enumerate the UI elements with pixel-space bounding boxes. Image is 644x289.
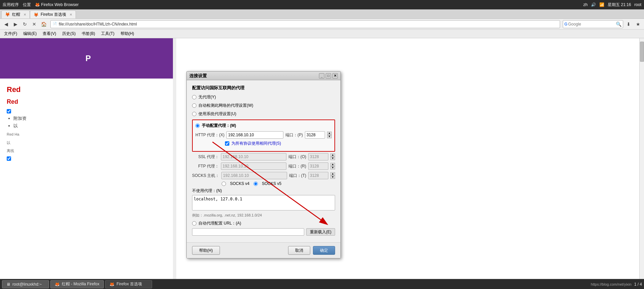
auto-proxy-radio[interactable] bbox=[192, 221, 196, 226]
socks-v4-radio[interactable] bbox=[222, 182, 226, 186]
ssl-port-input[interactable] bbox=[308, 153, 328, 160]
conn-dialog: 连接设置 _ □ ✕ 配置访问国际互联网的代理 无代理(Y) bbox=[186, 71, 341, 258]
no-proxy-for-row: 不使用代理：(N) bbox=[192, 188, 335, 194]
rh-sidebar: 常规 连接 网络 P Red Red 附加资 以 bbox=[0, 38, 176, 282]
http-port-input[interactable] bbox=[305, 131, 325, 139]
home-button[interactable]: 🏠 bbox=[40, 20, 48, 28]
tab-redhat[interactable]: 🦊 红帽 ✕ bbox=[1, 10, 30, 18]
tab-close-redhat[interactable]: ✕ bbox=[24, 13, 26, 16]
use-system-option: 使用系统代理设置(U) bbox=[192, 111, 335, 117]
ssl-port-down[interactable]: ▼ bbox=[330, 157, 335, 160]
no-proxy-textarea[interactable]: localhost, 127.0.0.1 bbox=[192, 195, 335, 210]
taskbar-item-terminal[interactable]: 🖥 root@linuxkhd:~ bbox=[2, 280, 49, 288]
terminal-icon: 🖥 bbox=[6, 282, 10, 287]
menu-help[interactable]: 帮助(H) bbox=[118, 30, 137, 37]
conn-footer-right: 取消 确定 bbox=[288, 246, 335, 255]
rh-footer-text2: 以 bbox=[7, 140, 170, 146]
browser-menubar: 文件(F) 编辑(E) 查看(V) 历史(S) 书签(B) 工具(T) 帮助(H… bbox=[0, 30, 644, 38]
prefs-nav-item-general[interactable]: 常规 bbox=[174, 88, 176, 93]
menu-edit[interactable]: 编辑(E) bbox=[20, 30, 39, 37]
rh-subheading: Red bbox=[7, 97, 170, 106]
menu-tools[interactable]: 工具(T) bbox=[98, 30, 117, 37]
address-bar[interactable]: 📄 file:///usr/share/doc/HTML/zh-CN/index… bbox=[50, 20, 560, 28]
manual-proxy-radio[interactable] bbox=[195, 124, 200, 128]
socks-host-input[interactable] bbox=[221, 172, 287, 179]
ftp-proxy-input[interactable] bbox=[221, 162, 286, 170]
no-proxy-label: 无代理(Y) bbox=[198, 94, 216, 100]
taskbar-terminal-label: root@linuxkhd:~ bbox=[12, 282, 42, 287]
menu-view[interactable]: 查看(V) bbox=[40, 30, 59, 37]
conn-close-button[interactable]: ✕ bbox=[332, 73, 338, 79]
ssl-proxy-row: SSL 代理： 端口：(O) ▲ ▼ bbox=[192, 153, 335, 160]
taskbar-item-firefox[interactable]: 🦊 红帽 - Mozilla Firefox bbox=[50, 280, 104, 288]
socks-v5-radio[interactable] bbox=[254, 182, 258, 186]
rh-bullet-1: 附加资 bbox=[13, 115, 170, 122]
ftp-port-up[interactable]: ▲ bbox=[330, 163, 335, 166]
bookmark-button[interactable]: ★ bbox=[634, 20, 642, 28]
google-search-button[interactable]: 🔍 bbox=[616, 21, 622, 27]
help-button[interactable]: 帮助(H) bbox=[192, 246, 220, 255]
download-button[interactable]: ⬇ bbox=[625, 20, 633, 28]
menu-bookmarks[interactable]: 书签(B) bbox=[79, 30, 98, 37]
ssl-proxy-input[interactable] bbox=[221, 153, 286, 160]
tab-bar: 🦊 红帽 ✕ 🦊 Firefox 首选项 ✕ bbox=[0, 9, 644, 19]
use-same-checkbox[interactable] bbox=[225, 141, 229, 146]
no-proxy-radio[interactable] bbox=[192, 95, 196, 99]
prefs-nav-item-network[interactable]: 网络 bbox=[174, 111, 176, 116]
taskbar-right: https://blog.com/net/yixin 1 / 4 bbox=[591, 282, 642, 287]
scrollbar-vertical[interactable] bbox=[639, 38, 644, 282]
http-port-down[interactable]: ▼ bbox=[327, 135, 332, 138]
reload-button[interactable]: 重新载入(E) bbox=[306, 228, 335, 236]
menu-history[interactable]: 历史(S) bbox=[59, 30, 78, 37]
scrollbar-thumb[interactable] bbox=[640, 42, 644, 62]
os-top-bar-left: 应用程序 位置 🦊 Firefox Web Browser bbox=[3, 2, 79, 8]
stop-button[interactable]: ✕ bbox=[30, 20, 38, 28]
browser-content: 常规 连接 网络 P Red Red 附加资 以 bbox=[0, 38, 644, 282]
rh-checkbox2[interactable] bbox=[7, 156, 11, 161]
socks-port-up[interactable]: ▲ bbox=[330, 172, 335, 176]
tab-close-prefs[interactable]: ✕ bbox=[70, 13, 72, 16]
taskbar-item-prefs[interactable]: 🦊 Firefox 首选项 bbox=[105, 280, 152, 288]
os-top-bar: 应用程序 位置 🦊 Firefox Web Browser zh 🔊 📶 星期五… bbox=[0, 0, 644, 9]
use-system-radio[interactable] bbox=[192, 112, 196, 116]
manual-proxy-option: 手动配置代理：(M) bbox=[195, 123, 332, 129]
reload-button[interactable]: ↻ bbox=[21, 20, 29, 28]
back-button[interactable]: ◀ bbox=[2, 20, 10, 28]
ftp-port-spinner: ▲ ▼ bbox=[330, 163, 335, 170]
socks-port-input[interactable] bbox=[308, 172, 328, 179]
ftp-port-input[interactable] bbox=[308, 162, 328, 170]
tab-prefs[interactable]: 🦊 Firefox 首选项 ✕ bbox=[30, 10, 76, 18]
conn-minimize-button[interactable]: _ bbox=[319, 73, 324, 79]
rh-checkbox[interactable] bbox=[7, 109, 11, 113]
rh-bullet-2: 以 bbox=[13, 123, 170, 129]
socks-v4-label: SOCKS v4 bbox=[230, 181, 249, 186]
webpage: 常规 连接 网络 P Red Red 附加资 以 bbox=[0, 38, 644, 282]
menu-file[interactable]: 文件(F) bbox=[1, 30, 20, 37]
use-same-row: 为所有协议使用相同代理(S) bbox=[225, 141, 332, 146]
apps-menu[interactable]: 应用程序 bbox=[3, 2, 19, 8]
auto-proxy-url-input[interactable] bbox=[192, 228, 304, 236]
http-port-up[interactable]: ▲ bbox=[327, 132, 332, 135]
rh-heading: Red bbox=[7, 85, 170, 94]
rh-purple-banner: P bbox=[0, 38, 176, 79]
auto-detect-radio[interactable] bbox=[192, 103, 196, 108]
ftp-port-down[interactable]: ▼ bbox=[330, 166, 335, 170]
prefs-nav-item-connection[interactable]: 连接 bbox=[174, 100, 176, 105]
ssl-port-up[interactable]: ▲ bbox=[330, 153, 335, 157]
forward-button[interactable]: ▶ bbox=[11, 20, 19, 28]
socks-v5-label: SOCKS v5 bbox=[262, 181, 281, 186]
socks-version-row: SOCKS v4 SOCKS v5 bbox=[222, 181, 335, 186]
no-proxy-option: 无代理(Y) bbox=[192, 94, 335, 100]
http-proxy-input[interactable] bbox=[226, 131, 283, 139]
http-port-spinner: ▲ ▼ bbox=[327, 132, 332, 138]
conn-maximize-button[interactable]: □ bbox=[326, 73, 331, 79]
location-menu[interactable]: 位置 bbox=[23, 2, 31, 8]
manual-proxy-label: 手动配置代理：(M) bbox=[202, 123, 236, 129]
conn-titlebar-buttons: _ □ ✕ bbox=[319, 73, 338, 79]
no-proxy-hint: 例如：.mozilla.org, .net.nz, 192.168.1.0/24 bbox=[192, 213, 335, 218]
google-search-input[interactable] bbox=[568, 22, 615, 27]
cancel-button[interactable]: 取消 bbox=[288, 246, 310, 255]
ok-button[interactable]: 确定 bbox=[313, 246, 335, 255]
ftp-proxy-row: FTP 代理： 端口：(R) ▲ ▼ bbox=[192, 162, 335, 170]
socks-port-down[interactable]: ▼ bbox=[330, 176, 335, 179]
